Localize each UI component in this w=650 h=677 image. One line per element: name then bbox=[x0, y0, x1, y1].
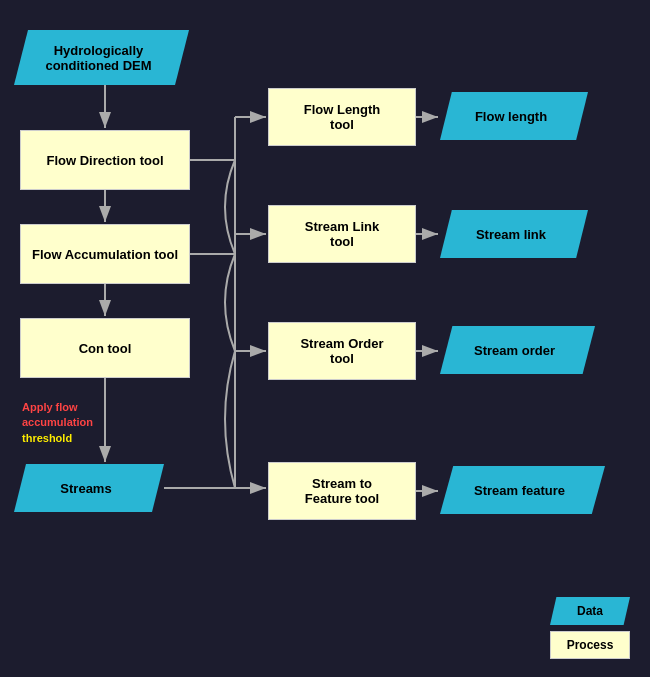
flow-direction-node: Flow Direction tool bbox=[20, 130, 190, 190]
legend-data-box: Data bbox=[550, 597, 630, 625]
stream-feature-tool-node: Stream to Feature tool bbox=[268, 462, 416, 520]
flow-length-data-node: Flow length bbox=[440, 92, 588, 140]
con-tool-node: Con tool bbox=[20, 318, 190, 378]
legend-process-item: Process bbox=[550, 631, 630, 659]
threshold-text: Apply flowaccumulationthreshold bbox=[22, 400, 93, 446]
flow-length-tool-node: Flow Length tool bbox=[268, 88, 416, 146]
stream-feature-data-node: Stream feature bbox=[440, 466, 605, 514]
stream-order-tool-node: Stream Order tool bbox=[268, 322, 416, 380]
legend-process-box: Process bbox=[550, 631, 630, 659]
dem-node: Hydrologically conditioned DEM bbox=[14, 30, 189, 85]
stream-order-data-node: Stream order bbox=[440, 326, 595, 374]
stream-link-tool-node: Stream Link tool bbox=[268, 205, 416, 263]
legend-data-item: Data bbox=[550, 597, 630, 625]
legend: Data Process bbox=[550, 597, 630, 659]
flow-accumulation-node: Flow Accumulation tool bbox=[20, 224, 190, 284]
stream-link-data-node: Stream link bbox=[440, 210, 588, 258]
diagram-area: Hydrologically conditioned DEM Flow Dire… bbox=[0, 0, 650, 677]
streams-node: Streams bbox=[14, 464, 164, 512]
